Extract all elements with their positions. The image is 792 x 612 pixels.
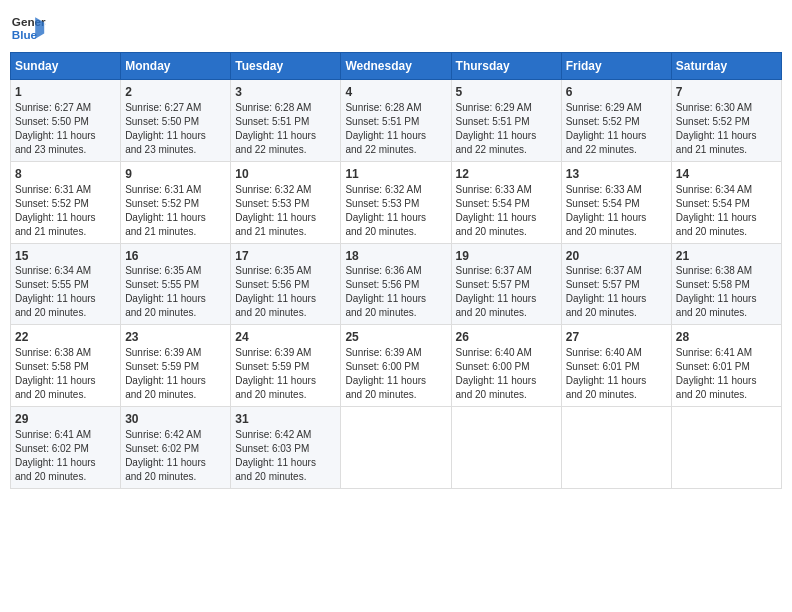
calendar-table: SundayMondayTuesdayWednesdayThursdayFrid…: [10, 52, 782, 489]
day-info: Sunset: 5:59 PM: [235, 360, 336, 374]
day-info: Sunrise: 6:35 AM: [235, 264, 336, 278]
day-info: Daylight: 11 hours: [125, 129, 226, 143]
day-info: Daylight: 11 hours: [676, 211, 777, 225]
day-cell: 15Sunrise: 6:34 AMSunset: 5:55 PMDayligh…: [11, 243, 121, 325]
day-cell: 22Sunrise: 6:38 AMSunset: 5:58 PMDayligh…: [11, 325, 121, 407]
day-info: Daylight: 11 hours: [235, 374, 336, 388]
day-info: Daylight: 11 hours: [15, 374, 116, 388]
day-info: Sunset: 5:54 PM: [566, 197, 667, 211]
day-cell: 3Sunrise: 6:28 AMSunset: 5:51 PMDaylight…: [231, 80, 341, 162]
day-info: Daylight: 11 hours: [345, 211, 446, 225]
day-info: Daylight: 11 hours: [676, 292, 777, 306]
day-info: Daylight: 11 hours: [456, 292, 557, 306]
day-info: Sunrise: 6:29 AM: [566, 101, 667, 115]
day-info: Sunrise: 6:40 AM: [456, 346, 557, 360]
day-info: Daylight: 11 hours: [235, 456, 336, 470]
day-info: Daylight: 11 hours: [235, 211, 336, 225]
day-info: and 20 minutes.: [235, 470, 336, 484]
day-number: 14: [676, 166, 777, 183]
week-row-2: 8Sunrise: 6:31 AMSunset: 5:52 PMDaylight…: [11, 161, 782, 243]
day-info: Daylight: 11 hours: [15, 129, 116, 143]
day-info: Daylight: 11 hours: [456, 211, 557, 225]
day-cell: 25Sunrise: 6:39 AMSunset: 6:00 PMDayligh…: [341, 325, 451, 407]
day-info: Sunset: 5:51 PM: [235, 115, 336, 129]
day-info: and 20 minutes.: [456, 225, 557, 239]
day-info: and 20 minutes.: [676, 225, 777, 239]
day-info: Daylight: 11 hours: [235, 129, 336, 143]
day-number: 23: [125, 329, 226, 346]
day-info: and 20 minutes.: [676, 306, 777, 320]
day-cell: 31Sunrise: 6:42 AMSunset: 6:03 PMDayligh…: [231, 407, 341, 489]
day-info: Daylight: 11 hours: [125, 374, 226, 388]
day-number: 19: [456, 248, 557, 265]
day-info: and 20 minutes.: [456, 388, 557, 402]
day-info: Sunrise: 6:35 AM: [125, 264, 226, 278]
day-info: and 20 minutes.: [235, 306, 336, 320]
day-info: and 23 minutes.: [125, 143, 226, 157]
day-info: Daylight: 11 hours: [345, 292, 446, 306]
day-cell: 5Sunrise: 6:29 AMSunset: 5:51 PMDaylight…: [451, 80, 561, 162]
day-info: and 20 minutes.: [125, 470, 226, 484]
logo-icon: General Blue: [10, 10, 46, 46]
day-info: and 20 minutes.: [566, 225, 667, 239]
day-info: Sunset: 6:02 PM: [125, 442, 226, 456]
day-info: Daylight: 11 hours: [125, 292, 226, 306]
day-info: Sunset: 5:58 PM: [676, 278, 777, 292]
day-number: 13: [566, 166, 667, 183]
day-info: Daylight: 11 hours: [676, 129, 777, 143]
day-number: 29: [15, 411, 116, 428]
day-info: Sunset: 5:55 PM: [15, 278, 116, 292]
day-number: 30: [125, 411, 226, 428]
day-info: Sunset: 5:57 PM: [456, 278, 557, 292]
day-number: 15: [15, 248, 116, 265]
day-info: Sunset: 5:55 PM: [125, 278, 226, 292]
day-info: Sunrise: 6:42 AM: [235, 428, 336, 442]
col-header-monday: Monday: [121, 53, 231, 80]
day-cell: 2Sunrise: 6:27 AMSunset: 5:50 PMDaylight…: [121, 80, 231, 162]
header-row: SundayMondayTuesdayWednesdayThursdayFrid…: [11, 53, 782, 80]
day-info: Sunset: 5:52 PM: [15, 197, 116, 211]
day-number: 31: [235, 411, 336, 428]
day-info: Daylight: 11 hours: [345, 374, 446, 388]
day-info: Sunrise: 6:41 AM: [15, 428, 116, 442]
day-cell: 29Sunrise: 6:41 AMSunset: 6:02 PMDayligh…: [11, 407, 121, 489]
day-info: Daylight: 11 hours: [456, 374, 557, 388]
day-info: Sunrise: 6:38 AM: [676, 264, 777, 278]
day-number: 4: [345, 84, 446, 101]
day-cell: 16Sunrise: 6:35 AMSunset: 5:55 PMDayligh…: [121, 243, 231, 325]
day-cell: [671, 407, 781, 489]
day-info: Daylight: 11 hours: [345, 129, 446, 143]
day-cell: 1Sunrise: 6:27 AMSunset: 5:50 PMDaylight…: [11, 80, 121, 162]
day-info: and 20 minutes.: [125, 388, 226, 402]
day-number: 3: [235, 84, 336, 101]
day-info: Sunset: 6:03 PM: [235, 442, 336, 456]
day-info: and 20 minutes.: [235, 388, 336, 402]
day-info: and 20 minutes.: [15, 306, 116, 320]
day-info: Sunset: 6:02 PM: [15, 442, 116, 456]
day-number: 25: [345, 329, 446, 346]
day-number: 18: [345, 248, 446, 265]
day-info: Sunset: 5:56 PM: [345, 278, 446, 292]
day-info: Daylight: 11 hours: [676, 374, 777, 388]
day-number: 20: [566, 248, 667, 265]
day-info: Sunrise: 6:31 AM: [125, 183, 226, 197]
day-cell: [341, 407, 451, 489]
day-info: Daylight: 11 hours: [566, 211, 667, 225]
day-number: 17: [235, 248, 336, 265]
day-number: 21: [676, 248, 777, 265]
day-info: Sunset: 5:57 PM: [566, 278, 667, 292]
day-info: and 20 minutes.: [566, 306, 667, 320]
day-number: 2: [125, 84, 226, 101]
day-number: 26: [456, 329, 557, 346]
day-info: and 22 minutes.: [235, 143, 336, 157]
day-info: and 20 minutes.: [676, 388, 777, 402]
day-number: 24: [235, 329, 336, 346]
day-info: and 21 minutes.: [15, 225, 116, 239]
day-info: Daylight: 11 hours: [125, 456, 226, 470]
day-info: and 20 minutes.: [125, 306, 226, 320]
day-info: Daylight: 11 hours: [566, 129, 667, 143]
col-header-sunday: Sunday: [11, 53, 121, 80]
day-cell: 23Sunrise: 6:39 AMSunset: 5:59 PMDayligh…: [121, 325, 231, 407]
day-info: Sunset: 5:53 PM: [235, 197, 336, 211]
day-cell: 24Sunrise: 6:39 AMSunset: 5:59 PMDayligh…: [231, 325, 341, 407]
